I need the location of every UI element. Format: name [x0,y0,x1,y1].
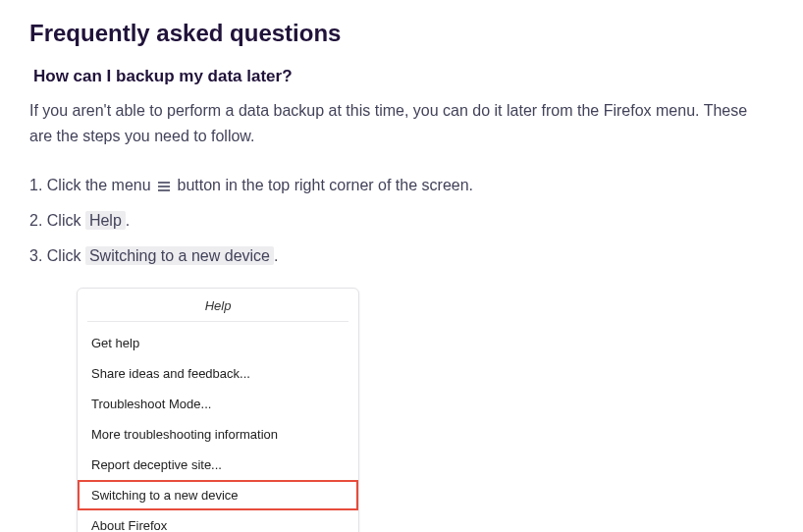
menu-items-container: Get helpShare ideas and feedback...Troub… [78,328,358,532]
menu-item[interactable]: Get help [78,328,358,358]
step-3: Click Switching to a new device. [29,239,774,274]
menu-item[interactable]: Share ideas and feedback... [78,358,358,389]
faq-question: How can I backup my data later? [33,67,774,86]
step-2: Click Help. [29,203,774,239]
menu-title: Help [87,289,348,322]
step-1-text-pre: Click the menu [47,177,155,193]
help-menu-panel: Help Get helpShare ideas and feedback...… [77,288,359,532]
step-1-text-post: button in the top right corner of the sc… [173,177,473,193]
menu-item[interactable]: Report deceptive site... [78,450,358,480]
step-2-text-pre: Click [47,212,85,229]
step-2-text-post: . [126,212,130,229]
step-1: Click the menu button in the top right c… [29,168,774,203]
menu-item[interactable]: Troubleshoot Mode... [78,389,358,419]
help-pill: Help [85,211,126,230]
menu-item[interactable]: More troubleshooting information [78,419,358,450]
hamburger-icon [157,181,171,192]
step-3-text-pre: Click [47,247,85,264]
intro-text: If you aren't able to perform a data bac… [29,98,774,148]
menu-item[interactable]: Switching to a new device [78,480,358,510]
page-heading: Frequently asked questions [29,20,774,47]
steps-list: Click the menu button in the top right c… [29,168,774,274]
switching-pill: Switching to a new device [85,246,274,265]
menu-item[interactable]: About Firefox [78,510,358,532]
step-3-text-post: . [274,247,278,264]
